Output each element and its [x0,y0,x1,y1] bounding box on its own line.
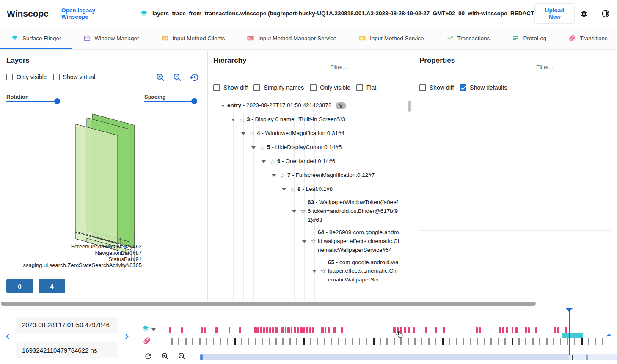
transition-marker[interactable] [425,327,427,333]
transition-marker[interactable] [341,327,343,333]
tab-transitions[interactable]: Transitions [557,27,617,49]
sf-entry-tick[interactable] [331,338,332,345]
expand-arrow-icon[interactable] [300,238,308,245]
tree-node-4[interactable]: ☆4 - WindowedMagnification:0:31#4 [208,127,400,141]
tab-transactions[interactable]: Transactions [435,27,501,49]
timeline-zoom-thumb[interactable] [200,354,203,360]
transition-marker[interactable] [285,327,286,333]
checkbox-simplify-names[interactable]: Simplify names [253,84,304,91]
sf-entry-tick[interactable] [185,338,187,345]
star-icon[interactable]: ☆ [237,116,247,124]
checkbox-box[interactable] [6,74,13,80]
sf-entry-tick[interactable] [282,338,284,345]
sf-entry-tick[interactable] [449,338,450,345]
transition-marker[interactable] [229,327,230,333]
display-button-0[interactable]: 0 [6,279,33,293]
sf-entry-tick[interactable] [255,338,256,345]
transition-marker[interactable] [309,327,311,333]
checkbox-only-visible[interactable]: Only visible [310,84,350,91]
display-button-4[interactable]: 4 [39,279,65,293]
zoom-in-icon[interactable] [156,73,165,82]
transition-marker[interactable] [281,327,284,333]
tree-node-5[interactable]: ☆5 - HideDisplayCutout:0:14#5 [208,141,400,154]
sf-entry-tick[interactable] [345,338,346,345]
checkbox-show-defaults[interactable]: Show defaults [460,84,507,91]
sf-entry-tick[interactable] [359,338,360,345]
next-entry-icon[interactable] [123,333,130,340]
properties-filter-input[interactable] [535,62,613,72]
transition-marker[interactable] [239,327,241,333]
transition-marker[interactable] [408,327,410,333]
tree-node-7[interactable]: ☆7 - FullscreenMagnification:0:12#7 [208,168,400,182]
tab-protolog[interactable]: ProtoLog [501,27,557,49]
transition-marker[interactable] [535,327,537,333]
sf-entry-tick[interactable] [518,338,520,345]
expand-arrow-icon[interactable] [310,267,319,275]
transition-marker[interactable] [297,327,299,333]
transition-marker[interactable] [254,327,257,333]
trace-select-caret-icon[interactable] [151,328,156,333]
sf-entry-tick[interactable] [602,338,603,345]
tab-input-method-service[interactable]: Input Method Service [347,27,435,49]
sf-entry-tick[interactable] [414,338,416,345]
sf-entry-tick[interactable] [470,338,471,345]
transition-marker[interactable] [479,327,481,333]
transition-marker[interactable] [294,327,296,333]
sf-entry-tick[interactable] [373,338,375,345]
tree-node-64[interactable]: ☆64 - 8e26909 com.google.android.wallpap… [208,226,400,256]
sf-entry-tick[interactable] [504,338,506,345]
star-icon[interactable]: ☆ [268,158,277,165]
star-icon[interactable]: ☆ [298,207,308,215]
sf-entry-tick[interactable] [463,338,464,345]
sf-entry-tick[interactable] [456,338,457,345]
transition-marker[interactable] [215,327,218,333]
sf-entry-tick[interactable] [199,338,201,345]
transition-marker[interactable] [506,327,508,333]
sf-entry-tick[interactable] [442,338,444,345]
timestamp-human-field[interactable]: 2023-08-28T17:01:50.4797846 [16,317,118,333]
expand-arrow-icon[interactable] [280,186,288,193]
timeline-cursor-line[interactable] [569,311,570,355]
transition-marker[interactable] [321,327,324,333]
sf-entry-tick[interactable] [428,338,430,345]
transition-marker[interactable] [565,327,567,333]
sf-entry-tick[interactable] [498,338,499,345]
sf-entry-tick[interactable] [213,338,214,345]
transition-marker[interactable] [502,327,504,333]
expand-arrow-icon[interactable] [270,172,278,179]
sf-entry-tick[interactable] [408,338,409,345]
timeline-refresh-icon[interactable] [144,352,152,361]
transition-marker[interactable] [260,327,262,333]
transition-marker[interactable] [181,327,183,333]
sf-entry-tick[interactable] [317,338,318,345]
expand-arrow-icon[interactable] [290,208,298,215]
sf-entry-tick[interactable] [553,338,554,345]
transition-marker[interactable] [328,327,330,333]
bug-report-icon[interactable] [580,9,588,18]
transition-marker[interactable] [269,327,271,333]
transition-marker[interactable] [312,327,314,333]
transition-marker[interactable] [306,327,308,333]
dark-mode-icon[interactable] [601,9,610,18]
sf-entry-tick[interactable] [289,338,291,345]
sf-entry-tick[interactable] [532,338,534,345]
horizontal-scrollbar-thumb[interactable] [1,302,536,306]
tree-node-entry[interactable]: entry - 2023-08-28T17:01:50.421423872V [208,99,400,113]
sf-entry-tick[interactable] [206,338,207,345]
sf-entry-tick[interactable] [567,338,568,345]
sf-entry-tick[interactable] [484,338,485,345]
tree-node-3[interactable]: ☆3 - Display 0 name="Built-in Screen"#3 [208,113,400,127]
transition-marker[interactable] [512,327,513,333]
sf-entry-tick[interactable] [234,338,236,345]
timeline-zoom-out-icon[interactable] [178,352,186,361]
zoom-out-icon[interactable] [173,73,182,82]
star-icon[interactable]: ☆ [319,267,328,275]
sf-entry-tick[interactable] [262,338,263,345]
sf-entry-tick[interactable] [324,338,325,345]
sf-entry-tick[interactable] [380,338,381,345]
checkbox-box[interactable] [419,84,426,91]
transition-marker[interactable] [333,327,336,333]
tab-input-method-manager-service[interactable]: Input Method Manager Service [236,27,347,49]
expand-arrow-icon[interactable] [239,130,248,137]
prev-entry-icon[interactable] [4,333,12,340]
